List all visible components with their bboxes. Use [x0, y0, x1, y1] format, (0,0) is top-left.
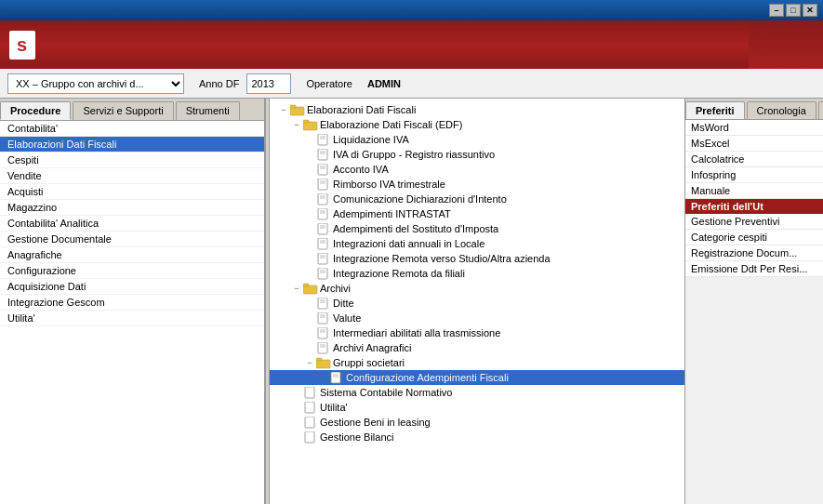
- svg-rect-19: [318, 208, 327, 219]
- tab-cronologia[interactable]: Cronologia: [747, 101, 816, 119]
- right-panel-item[interactable]: MsWord: [685, 120, 823, 136]
- tree-node[interactable]: Gestione Bilanci: [270, 430, 684, 444]
- header-right: [749, 20, 823, 69]
- svg-rect-1: [290, 105, 296, 108]
- doc-icon: [316, 297, 331, 310]
- list-item[interactable]: Configurazione: [0, 263, 264, 279]
- close-button[interactable]: ✕: [803, 4, 817, 17]
- right-panel-item[interactable]: Calcolatrice: [685, 152, 823, 167]
- tree-node[interactable]: Sistema Contabile Normativo: [270, 385, 684, 400]
- tree-node[interactable]: Intermediari abilitati alla trasmissione: [270, 325, 684, 340]
- tree-toggle-icon: −: [303, 356, 316, 369]
- folder-icon: [303, 431, 318, 444]
- tree-root-node[interactable]: −Elaborazioni Dati Fiscali: [270, 102, 684, 117]
- tree-label: Archivi: [320, 283, 351, 294]
- folder-icon: [303, 118, 318, 131]
- tree-toggle-icon: −: [290, 118, 303, 131]
- svg-rect-42: [318, 327, 327, 338]
- svg-rect-48: [316, 360, 330, 368]
- list-item[interactable]: Elaborazioni Dati Fiscali: [0, 137, 264, 153]
- list-item[interactable]: Magazzino: [0, 200, 264, 216]
- list-item[interactable]: Utilita': [0, 311, 264, 326]
- tree-toggle-icon: [303, 178, 316, 191]
- list-item[interactable]: Anagrafiche: [0, 247, 264, 263]
- tree-node[interactable]: Utilita': [270, 400, 684, 415]
- archive-dropdown[interactable]: XX – Gruppo con archivi d...: [7, 73, 184, 94]
- tree-node[interactable]: Comunicazione Dichiarazioni d'Intento: [270, 192, 684, 206]
- list-item[interactable]: Cespiti: [0, 153, 264, 168]
- center-panel: −Elaborazioni Dati Fiscali−Elaborazione …: [270, 99, 685, 504]
- list-item[interactable]: Contabilita' Analitica: [0, 216, 264, 232]
- right-panel-section-item[interactable]: Registrazione Docum...: [685, 245, 823, 261]
- right-tab-bar: Preferiti Cronologia Se: [685, 99, 823, 120]
- doc-icon: [316, 192, 331, 206]
- tree-toggle-icon: [290, 386, 303, 399]
- svg-rect-35: [303, 284, 309, 286]
- anno-input[interactable]: [246, 73, 291, 94]
- left-panel: Procedure Servizi e Supporti Strumenti C…: [0, 99, 265, 504]
- tree-node[interactable]: Archivi Anagrafici: [270, 340, 684, 355]
- tree-toggle-icon: −: [290, 282, 303, 295]
- right-panel-section-item[interactable]: Gestione Preventivi: [685, 214, 823, 230]
- tree-node[interactable]: Integrazione Remota verso Studio/Altra a…: [270, 251, 684, 266]
- tree-node[interactable]: −Archivi: [270, 281, 684, 296]
- right-panel-section-item[interactable]: Categorie cespiti: [685, 230, 823, 245]
- tree-toggle-icon: [303, 312, 316, 325]
- procedure-list: Contabilita'Elaborazioni Dati FiscaliCes…: [0, 121, 264, 504]
- logo-s-icon: s: [17, 34, 27, 56]
- tree-node[interactable]: Integrazioni dati annuali in Locale: [270, 236, 684, 251]
- doc-icon: [316, 148, 331, 161]
- tab-servizi[interactable]: Servizi e Supporti: [73, 101, 173, 120]
- minimize-button[interactable]: –: [769, 4, 784, 17]
- tree-label: IVA di Gruppo - Registro riassuntivo: [333, 149, 495, 160]
- root-folder-icon: [290, 103, 305, 116]
- svg-rect-10: [318, 164, 327, 175]
- right-panel-section-item[interactable]: Emissione Ddt Per Resi...: [685, 261, 823, 277]
- tree-node[interactable]: Liquidazione IVA: [270, 132, 684, 147]
- svg-rect-0: [290, 107, 304, 115]
- logo-box: s: [9, 31, 35, 60]
- svg-rect-3: [303, 120, 309, 123]
- list-item[interactable]: Contabilita': [0, 121, 264, 137]
- doc-icon: [316, 267, 331, 280]
- tree-node[interactable]: Rimborso IVA trimestrale: [270, 177, 684, 192]
- tree-label: Utilita': [320, 402, 348, 413]
- tree-label: Integrazione Remota verso Studio/Altra a…: [333, 253, 551, 264]
- svg-rect-55: [305, 417, 314, 428]
- tree-toggle-icon: [303, 267, 316, 280]
- list-item[interactable]: Integrazione Gescom: [0, 295, 264, 311]
- tree-node[interactable]: −Gruppi societari: [270, 355, 684, 370]
- tab-preferiti[interactable]: Preferiti: [685, 101, 745, 119]
- tree-label: Gruppi societari: [333, 357, 405, 368]
- right-panel-item[interactable]: Manuale: [685, 183, 823, 199]
- list-item[interactable]: Acquisti: [0, 184, 264, 200]
- tab-strumenti[interactable]: Strumenti: [176, 101, 240, 120]
- tree-label: Elaborazione Dati Fiscali (EDF): [320, 119, 462, 130]
- tree-toggle-icon: [290, 431, 303, 444]
- tree-node[interactable]: Valute: [270, 311, 684, 325]
- tree-node[interactable]: Gestione Beni in leasing: [270, 415, 684, 430]
- tree-node[interactable]: −Elaborazione Dati Fiscali (EDF): [270, 117, 684, 132]
- list-item[interactable]: Gestione Documentale: [0, 232, 264, 247]
- svg-rect-22: [318, 223, 327, 234]
- tab-se[interactable]: Se: [818, 101, 823, 119]
- list-item[interactable]: Vendite: [0, 168, 264, 184]
- restore-button[interactable]: □: [786, 4, 801, 17]
- svg-rect-2: [303, 122, 317, 130]
- right-panel-item[interactable]: Infospring: [685, 167, 823, 183]
- tree-node[interactable]: Configurazione Adempimenti Fiscali: [270, 370, 684, 385]
- tree-node[interactable]: Acconto IVA: [270, 162, 684, 177]
- tree-node[interactable]: IVA di Gruppo - Registro riassuntivo: [270, 147, 684, 162]
- tree-toggle-icon: [303, 222, 316, 235]
- tree-node[interactable]: Adempimenti INTRASTAT: [270, 206, 684, 221]
- list-item[interactable]: Acquisizione Dati: [0, 279, 264, 295]
- right-panel-item[interactable]: MsExcel: [685, 136, 823, 152]
- svg-rect-34: [303, 285, 317, 294]
- tree-node[interactable]: Ditte: [270, 296, 684, 311]
- tree-node[interactable]: Adempimenti del Sostituto d'Imposta: [270, 221, 684, 236]
- tab-procedure[interactable]: Procedure: [0, 101, 71, 120]
- tree-label: Sistema Contabile Normativo: [320, 387, 452, 398]
- folder-icon: [303, 401, 318, 414]
- tree-node[interactable]: Integrazione Remota da filiali: [270, 266, 684, 281]
- doc-icon: [316, 252, 331, 265]
